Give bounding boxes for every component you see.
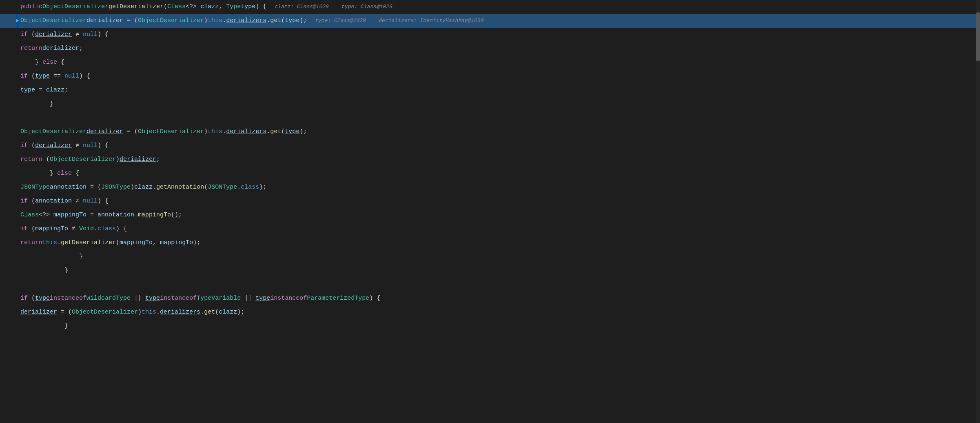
code-content: }	[19, 319, 980, 333]
code-content: return (ObjectDeserializer)derializer;	[19, 153, 980, 167]
code-line: } else {	[0, 167, 980, 180]
code-content: ObjectDeserializer derializer = (ObjectD…	[19, 14, 980, 28]
code-content: } else {	[19, 167, 980, 180]
code-line: ► ObjectDeserializer derializer = (Objec…	[0, 14, 980, 28]
code-line: }	[0, 97, 980, 111]
code-line: }	[0, 264, 980, 278]
scrollbar-thumb[interactable]	[976, 12, 980, 61]
code-line: if (type == null) {	[0, 69, 980, 83]
code-content: }	[19, 250, 980, 264]
code-content: if (derializer ≠ null) {	[19, 28, 980, 42]
code-line	[0, 111, 980, 125]
code-line: public ObjectDeserializer getDeserialize…	[0, 0, 980, 14]
code-content: if (annotation ≠ null) {	[19, 194, 980, 208]
code-line: return this.getDeserializer(mappingTo, m…	[0, 236, 980, 250]
code-line: ObjectDeserializer derializer = (ObjectD…	[0, 125, 980, 139]
code-content: type = clazz;	[19, 83, 980, 97]
code-content: ObjectDeserializer derializer = (ObjectD…	[19, 125, 980, 139]
code-line: if (type instanceof WildcardType || type…	[0, 292, 980, 305]
code-content: if (type == null) {	[19, 69, 980, 83]
line-indicator	[16, 111, 19, 125]
code-line: if (annotation ≠ null) {	[0, 194, 980, 208]
debug-hint: type: Class@1029 derializers: IdentityHa…	[315, 14, 483, 28]
code-line: return (ObjectDeserializer)derializer;	[0, 153, 980, 167]
code-line: Class<?> mappingTo = annotation.mappingT…	[0, 208, 980, 222]
code-line: derializer = (ObjectDeserializer)this.de…	[0, 305, 980, 319]
code-editor: public ObjectDeserializer getDeserialize…	[0, 0, 980, 423]
code-line: }	[0, 319, 980, 333]
code-line: if (mappingTo ≠ Void.class) {	[0, 222, 980, 236]
code-content: JSONType annotation = (JSONType)clazz.ge…	[19, 180, 980, 194]
code-line: JSONType annotation = (JSONType)clazz.ge…	[0, 180, 980, 194]
code-line: return derializer;	[0, 42, 980, 56]
line-indicator	[16, 278, 19, 292]
code-line: if (derializer ≠ null) {	[0, 139, 980, 153]
code-content: if (type instanceof WildcardType || type…	[19, 292, 980, 305]
code-content: public ObjectDeserializer getDeserialize…	[19, 0, 980, 14]
code-line: }	[0, 250, 980, 264]
code-content: }	[19, 97, 980, 111]
code-content: if (derializer ≠ null) {	[19, 139, 980, 153]
code-content: if (mappingTo ≠ Void.class) {	[19, 222, 980, 236]
code-line: if (derializer ≠ null) {	[0, 28, 980, 42]
code-content: derializer = (ObjectDeserializer)this.de…	[19, 305, 980, 319]
vertical-scrollbar[interactable]	[976, 0, 980, 423]
code-content: } else {	[19, 56, 980, 69]
code-line: } else {	[0, 56, 980, 69]
code-content: }	[19, 264, 980, 278]
code-content: return this.getDeserializer(mappingTo, m…	[19, 236, 980, 250]
code-line: type = clazz;	[0, 83, 980, 97]
code-content: return derializer;	[19, 42, 980, 56]
code-line	[0, 278, 980, 292]
debug-hint: clazz: Class@1029 type: Class@1029	[275, 0, 392, 14]
code-content: Class<?> mappingTo = annotation.mappingT…	[19, 208, 980, 222]
